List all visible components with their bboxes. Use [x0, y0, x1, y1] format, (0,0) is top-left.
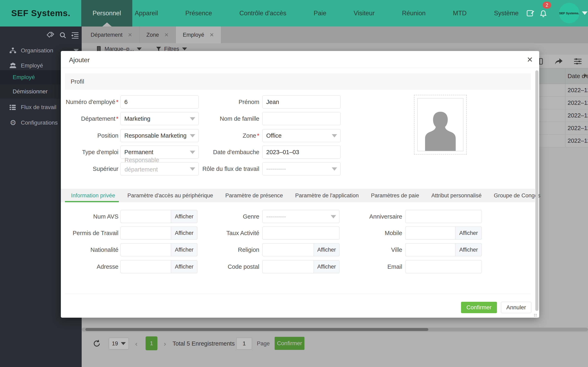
field-label: Rôle du flux de travail — [202, 162, 259, 175]
taux-activite-input[interactable] — [262, 226, 339, 240]
afficher-button[interactable]: Afficher — [314, 260, 339, 273]
caret-down-icon — [332, 134, 337, 137]
field-label: Ville — [345, 243, 402, 256]
afficher-button[interactable]: Afficher — [171, 226, 198, 240]
photo-upload-dropzone[interactable] — [414, 95, 467, 155]
add-employee-dialog: Ajouter ✕ Profil Numéro d'employé* 6 Dép… — [61, 51, 539, 318]
field-label: Numéro d'employé* — [61, 95, 118, 108]
field-label: Email — [345, 260, 402, 273]
sidebar-item-label: Employé — [21, 62, 43, 69]
nav-item-paie[interactable]: Paie — [314, 9, 326, 17]
user-menu-caret-icon[interactable] — [582, 11, 588, 15]
nav-item-reunion[interactable]: Réunion — [402, 9, 425, 17]
caret-down-icon — [190, 167, 195, 171]
section-title: Profil — [71, 78, 84, 85]
field-label: Supérieur — [61, 162, 118, 175]
dialog-title: Ajouter — [69, 56, 90, 64]
field-label: Date d'embauche — [202, 146, 259, 159]
prenom-input[interactable]: Jean — [262, 95, 341, 108]
anniversaire-input[interactable] — [405, 210, 482, 223]
tab-acces-peripherique[interactable]: Paramètre d'accès au périphérique — [127, 192, 213, 199]
adresse-input[interactable] — [121, 260, 171, 273]
avatar-label: SEF Systems. — [559, 11, 579, 15]
ville-field: Afficher — [405, 243, 482, 256]
nav-item-systeme[interactable]: Système — [494, 9, 519, 17]
nationalite-input[interactable] — [121, 243, 171, 256]
field-label: Département* — [61, 112, 118, 125]
afficher-button[interactable]: Afficher — [455, 243, 482, 256]
permis-travail-input[interactable] — [121, 226, 171, 240]
field-label: Mobile — [345, 226, 402, 240]
nav-item-mtd[interactable]: MTD — [453, 9, 467, 17]
tag-icon[interactable] — [46, 31, 55, 39]
sidebar-item-label: Configurations — [21, 119, 58, 126]
afficher-button[interactable]: Afficher — [314, 243, 339, 256]
detail-tabbar: Information privée Paramètre d'accès au … — [61, 189, 535, 202]
search-icon[interactable] — [59, 31, 67, 39]
nom-de-famille-input[interactable] — [262, 112, 341, 125]
field-label: Prénom — [202, 95, 259, 108]
employee-number-input[interactable]: 6 — [121, 95, 199, 108]
tab-presence[interactable]: Paramètre de présence — [225, 192, 283, 199]
gears-icon: ⚙ — [9, 119, 17, 126]
tab-groupe-conges[interactable]: Groupe de Congés — [494, 192, 540, 199]
tab-paie[interactable]: Paramètres de paie — [371, 192, 419, 199]
field-label: Adresse — [61, 260, 118, 273]
modal-scrollbar-thumb[interactable] — [535, 70, 538, 311]
afficher-button[interactable]: Afficher — [171, 260, 198, 273]
field-label: Religion — [202, 243, 259, 256]
num-avs-field: Afficher — [121, 210, 198, 223]
field-label: Genre — [202, 210, 259, 223]
top-navbar: SEF Systems. Personnel Appareil Présence… — [0, 0, 588, 26]
departement-select[interactable]: Marketing — [121, 112, 199, 125]
mobile-input[interactable] — [405, 226, 455, 240]
field-label: Nom de famille — [202, 112, 259, 125]
nationalite-field: Afficher — [121, 243, 198, 256]
nav-item-visiteur[interactable]: Visiteur — [354, 9, 375, 17]
date-embauche-input[interactable]: 2023–01–03 — [262, 146, 341, 159]
zone-select[interactable]: Office — [262, 129, 341, 142]
profil-section-header: Profil — [65, 73, 531, 90]
sidebar-subitem-label: Employé — [13, 74, 35, 81]
afficher-button[interactable]: Afficher — [171, 210, 198, 223]
code-postal-input[interactable] — [262, 260, 314, 273]
resize-handle[interactable] — [534, 314, 537, 317]
religion-field: Afficher — [262, 243, 339, 256]
ville-input[interactable] — [405, 243, 455, 256]
divider — [61, 68, 539, 68]
email-input[interactable] — [405, 260, 482, 273]
tab-information-privee[interactable]: Information privée — [71, 192, 115, 199]
tab-attribut-personnalise[interactable]: Attribut personnalisé — [432, 192, 482, 199]
user-avatar[interactable]: SEF Systems. — [559, 3, 579, 23]
genre-select[interactable]: ---------- — [262, 210, 339, 223]
field-label: Nationalité — [61, 243, 118, 256]
app-logo: SEF Systems. — [11, 0, 70, 26]
app-window: SEF Systems. Personnel Appareil Présence… — [0, 0, 588, 367]
workflow-role-select[interactable]: ---------- — [262, 162, 341, 175]
close-dialog-icon[interactable]: ✕ — [525, 55, 535, 65]
cancel-button[interactable]: Annuler — [501, 302, 531, 313]
nav-menu: Appareil Présence Contrôle d'accès Paie … — [135, 0, 519, 26]
sidebar-toolbar — [46, 31, 80, 40]
notifications-bell-icon[interactable] — [538, 8, 548, 18]
field-label: Position — [61, 129, 118, 142]
users-icon — [9, 62, 17, 69]
afficher-button[interactable]: Afficher — [171, 243, 198, 256]
sidebar-item-label: Organisation — [21, 47, 53, 54]
confirm-button[interactable]: Confirmer — [461, 302, 497, 313]
field-label: Code postal — [202, 260, 259, 273]
religion-input[interactable] — [262, 243, 314, 256]
tab-application[interactable]: Paramètre de l'application — [295, 192, 359, 199]
permis-travail-field: Afficher — [121, 226, 198, 240]
caret-down-icon — [190, 117, 195, 120]
num-avs-input[interactable] — [121, 210, 171, 223]
caret-down-icon — [332, 167, 337, 171]
nav-item-controle-acces[interactable]: Contrôle d'accès — [240, 9, 286, 17]
nav-item-appareil[interactable]: Appareil — [135, 9, 158, 17]
active-tab-underline — [65, 201, 119, 202]
position-select[interactable]: Responsable Marketing — [121, 129, 199, 142]
afficher-button[interactable]: Afficher — [455, 226, 482, 240]
compose-icon[interactable] — [526, 8, 535, 18]
nav-item-presence[interactable]: Présence — [185, 9, 212, 17]
collapse-menu-icon[interactable] — [71, 31, 80, 39]
